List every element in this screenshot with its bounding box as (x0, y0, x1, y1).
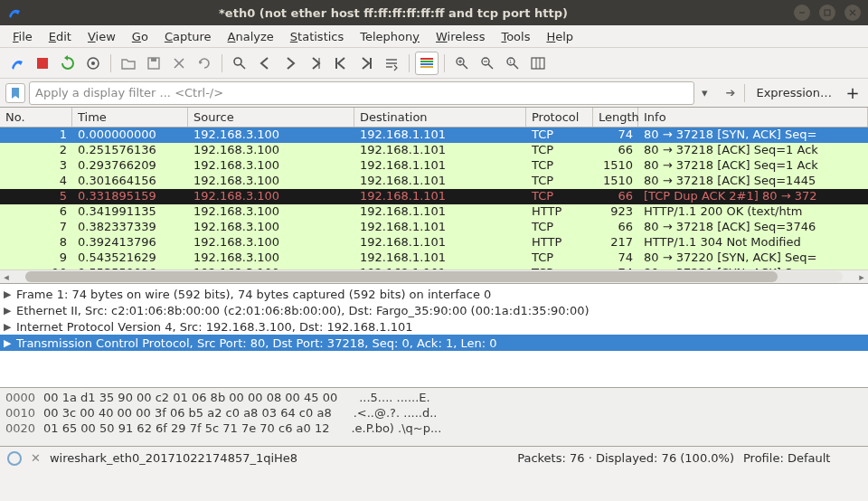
packet-list-body[interactable]: 10.000000000192.168.3.100192.168.1.101TC… (0, 128, 868, 269)
capture-options-button[interactable] (81, 52, 105, 75)
table-row[interactable]: 50.331895159192.168.3.100192.168.1.101TC… (0, 189, 868, 204)
column-time[interactable]: Time (72, 108, 188, 127)
add-filter-button[interactable]: + (843, 83, 863, 102)
packet-list-pane: No. Time Source Destination Protocol Len… (0, 108, 868, 284)
window-titlebar: *eth0 (not ether host ff:ff:ff:ff:ff:ff … (0, 0, 868, 25)
horizontal-scrollbar[interactable]: ◂▸ (0, 269, 868, 283)
hex-row[interactable]: 002001 65 00 50 91 62 6f 29 7f 5c 71 7e … (5, 421, 863, 436)
column-no[interactable]: No. (0, 108, 72, 127)
reload-button[interactable] (193, 52, 216, 75)
svg-point-6 (91, 61, 95, 65)
status-file: wireshark_eth0_20171022174857_1qiHe8 (50, 451, 508, 465)
table-row[interactable]: 70.382337339192.168.3.100192.168.1.101TC… (0, 220, 868, 235)
menu-capture[interactable]: Capture (157, 27, 219, 46)
start-capture-button[interactable] (5, 52, 29, 75)
svg-rect-4 (37, 58, 48, 69)
filter-apply-arrow[interactable]: ➔ (721, 86, 741, 99)
filter-dropdown-icon[interactable]: ▾ (698, 86, 717, 99)
svg-point-11 (234, 58, 241, 65)
toolbar-separator (409, 54, 410, 72)
menu-wireless[interactable]: Wireless (429, 27, 492, 46)
svg-rect-22 (420, 66, 433, 68)
menu-go[interactable]: Go (125, 27, 156, 46)
toolbar-separator (110, 54, 111, 72)
detail-row[interactable]: ▶Transmission Control Protocol, Src Port… (0, 335, 868, 351)
minimize-button[interactable] (794, 5, 810, 21)
zoom-reset-button[interactable]: 1 (501, 52, 524, 75)
display-filter-input[interactable] (29, 81, 694, 105)
column-protocol[interactable]: Protocol (526, 108, 593, 127)
svg-line-24 (463, 64, 467, 69)
column-destination[interactable]: Destination (354, 108, 526, 127)
svg-line-12 (241, 64, 245, 69)
status-bar: ✕ wireshark_eth0_20171022174857_1qiHe8 P… (0, 447, 868, 469)
status-profile[interactable]: Profile: Default (743, 451, 861, 465)
go-last-button[interactable] (354, 52, 378, 75)
packet-details-pane[interactable]: ▶Frame 1: 74 bytes on wire (592 bits), 7… (0, 284, 868, 388)
svg-rect-20 (420, 61, 433, 62)
open-file-button[interactable] (117, 52, 140, 75)
table-row[interactable]: 80.392413796192.168.3.100192.168.1.101HT… (0, 235, 868, 250)
column-info[interactable]: Info (638, 108, 868, 127)
table-row[interactable]: 40.301664156192.168.3.100192.168.1.101TC… (0, 174, 868, 189)
menu-edit[interactable]: Edit (42, 27, 79, 46)
packet-bytes-pane[interactable]: 000000 1a d1 35 90 00 c2 01 06 8b 00 00 … (0, 388, 868, 447)
bookmark-filter-icon[interactable] (5, 83, 25, 103)
table-row[interactable]: 10.000000000192.168.3.100192.168.1.101TC… (0, 128, 868, 143)
zoom-in-button[interactable] (450, 52, 474, 75)
go-back-button[interactable] (253, 52, 277, 75)
close-file-button[interactable] (167, 52, 191, 75)
expert-info-icon[interactable] (7, 451, 22, 466)
svg-rect-1 (825, 10, 830, 15)
detail-row[interactable]: ▶Ethernet II, Src: c2:01:06:8b:00:00 (c2… (0, 302, 868, 318)
menu-help[interactable]: Help (539, 27, 580, 46)
svg-rect-33 (532, 58, 544, 69)
zoom-out-button[interactable] (476, 52, 499, 75)
colorize-button[interactable] (415, 52, 439, 75)
table-row[interactable]: 30.293766209192.168.3.100192.168.1.101TC… (0, 158, 868, 174)
toolbar: 1 (0, 48, 868, 79)
svg-line-28 (488, 64, 493, 69)
hex-row[interactable]: 001000 3c 00 40 00 00 3f 06 b5 a2 c0 a8 … (5, 405, 863, 421)
maximize-button[interactable] (819, 5, 835, 21)
menu-view[interactable]: View (80, 27, 123, 46)
toolbar-separator (444, 54, 445, 72)
go-forward-button[interactable] (278, 52, 302, 75)
detail-row[interactable]: ▶Frame 1: 74 bytes on wire (592 bits), 7… (0, 286, 868, 302)
detail-row[interactable]: ▶Internet Protocol Version 4, Src: 192.1… (0, 318, 868, 335)
filter-bar: ▾ ➔ Expression… + (0, 79, 868, 108)
menu-analyze[interactable]: Analyze (221, 27, 281, 46)
hex-row[interactable]: 000000 1a d1 35 90 00 c2 01 06 8b 00 00 … (5, 390, 863, 405)
menu-statistics[interactable]: Statistics (283, 27, 351, 46)
svg-rect-19 (420, 58, 433, 60)
restart-capture-button[interactable] (56, 52, 80, 75)
svg-line-31 (514, 64, 518, 69)
find-packet-button[interactable] (228, 52, 251, 75)
toolbar-separator (222, 54, 222, 72)
auto-scroll-button[interactable] (380, 52, 403, 75)
menubar: File Edit View Go Capture Analyze Statis… (0, 25, 868, 48)
window-title: *eth0 (not ether host ff:ff:ff:ff:ff:ff … (0, 6, 794, 20)
stop-capture-button[interactable] (31, 52, 54, 75)
menu-telephony[interactable]: Telephony (353, 27, 427, 46)
menu-tools[interactable]: Tools (494, 27, 537, 46)
svg-rect-21 (420, 63, 433, 65)
packet-list-header: No. Time Source Destination Protocol Len… (0, 108, 868, 128)
svg-rect-8 (151, 58, 156, 61)
go-first-button[interactable] (329, 52, 353, 75)
close-button[interactable] (844, 5, 861, 21)
expression-button[interactable]: Expression… (749, 86, 839, 99)
resize-columns-button[interactable] (526, 52, 550, 75)
menu-file[interactable]: File (5, 27, 40, 46)
table-row[interactable]: 60.341991135192.168.3.100192.168.1.101HT… (0, 204, 868, 220)
save-file-button[interactable] (142, 52, 165, 75)
column-source[interactable]: Source (188, 108, 354, 127)
go-to-packet-button[interactable] (304, 52, 327, 75)
svg-text:1: 1 (509, 59, 512, 64)
status-packets: Packets: 76 · Displayed: 76 (100.0%) (517, 451, 734, 465)
table-row[interactable]: 90.543521629192.168.3.100192.168.1.101TC… (0, 250, 868, 266)
column-length[interactable]: Length (593, 108, 638, 127)
status-close-icon[interactable]: ✕ (31, 451, 41, 465)
table-row[interactable]: 20.251576136192.168.3.100192.168.1.101TC… (0, 143, 868, 158)
